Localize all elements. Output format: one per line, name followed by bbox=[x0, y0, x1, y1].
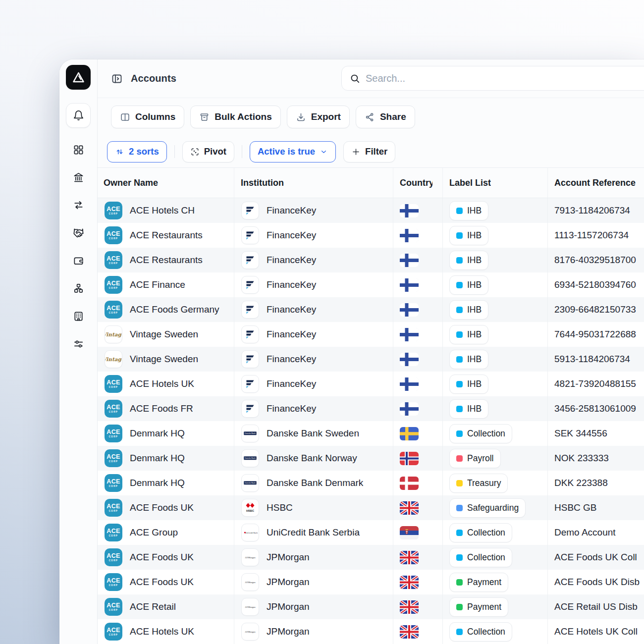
account-reference: ACE Retail US Disb bbox=[554, 601, 638, 612]
dashboard-grid-icon[interactable] bbox=[73, 144, 84, 156]
bank-icon[interactable] bbox=[73, 172, 84, 183]
owner-cell: ACECORPACE Foods UK bbox=[98, 545, 234, 570]
account-reference: 7644-95031722688 bbox=[554, 329, 636, 340]
table-row[interactable]: ACECORPACE RestaurantsFinanceKeyIHB1113-… bbox=[98, 223, 644, 248]
add-filter-button[interactable]: Filter bbox=[343, 141, 395, 162]
label-cell: IHB bbox=[443, 322, 548, 347]
label-badge: IHB bbox=[449, 201, 488, 220]
transfers-icon[interactable] bbox=[73, 200, 84, 211]
owner-name: Denmark HQ bbox=[130, 453, 185, 464]
label-text: IHB bbox=[467, 230, 482, 241]
account-reference: 7913-1184206734 bbox=[554, 205, 630, 216]
share-icon bbox=[365, 112, 375, 122]
ace-corp-logo: ACECORP bbox=[105, 573, 122, 591]
account-reference: DKK 223388 bbox=[554, 478, 608, 488]
table-row[interactable]: ACECORPACE Hotels UKFinanceKeyIHB4821-73… bbox=[98, 372, 644, 396]
label-cell: Payment bbox=[443, 594, 548, 619]
label-cell: Payment bbox=[443, 570, 548, 594]
label-badge: IHB bbox=[449, 375, 488, 394]
label-badge: Collection bbox=[449, 622, 512, 642]
table-row[interactable]: VintageVintage SwedenFinanceKeyIHB7644-9… bbox=[98, 322, 644, 347]
label-color-dot bbox=[456, 232, 463, 239]
svg-text:Danske Bank: Danske Bank bbox=[245, 457, 256, 459]
table-row[interactable]: ACECORPACE Foods FRFinanceKeyIHB3456-258… bbox=[98, 396, 644, 421]
table-row[interactable]: VintageVintage SwedenFinanceKeyIHB5913-1… bbox=[98, 347, 644, 372]
country-cell bbox=[393, 248, 443, 272]
settings-sliders-icon[interactable] bbox=[73, 338, 84, 350]
country-cell bbox=[393, 322, 443, 347]
label-text: Payment bbox=[467, 602, 501, 612]
export-button[interactable]: Export bbox=[287, 106, 350, 128]
column-header-owner-name[interactable]: Owner Name bbox=[98, 168, 234, 198]
table-row[interactable]: ACECORPACE Foods UKJ.P.MorganJPMorganPay… bbox=[98, 570, 644, 594]
institution-cell: J.P.MorganJPMorgan bbox=[234, 594, 393, 619]
flag-rs-icon bbox=[400, 526, 419, 539]
table-row[interactable]: ACECORPACE GroupUniCredit BankUniCredit … bbox=[98, 520, 644, 545]
page-header: Accounts Search... bbox=[98, 59, 644, 98]
table-row[interactable]: ACECORPACE Hotels CHFinanceKeyIHB7913-11… bbox=[98, 198, 644, 223]
pivot-button[interactable]: Pivot bbox=[182, 141, 234, 162]
institution-name: FinanceKey bbox=[267, 329, 316, 340]
table-row[interactable]: ACECORPACE FinanceFinanceKeyIHB6934-5218… bbox=[98, 272, 644, 297]
institution-name: JPMorgan bbox=[267, 601, 310, 612]
share-button[interactable]: Share bbox=[356, 106, 415, 128]
owner-name: ACE Restaurants bbox=[130, 255, 203, 266]
columns-button[interactable]: Columns bbox=[111, 106, 184, 128]
notifications-button[interactable] bbox=[66, 103, 91, 128]
search-input[interactable]: Search... bbox=[341, 66, 644, 91]
institution-cell: FinanceKey bbox=[234, 347, 393, 372]
wallet-icon[interactable] bbox=[73, 255, 84, 267]
label-text: Payment bbox=[467, 577, 501, 588]
page-title: Accounts bbox=[131, 73, 176, 84]
table-row[interactable]: ACECORPACE RetailJ.P.MorganJPMorganPayme… bbox=[98, 594, 644, 619]
account-reference: NOK 233333 bbox=[554, 453, 609, 464]
country-cell bbox=[393, 520, 443, 545]
sorts-button[interactable]: 2 sorts bbox=[107, 141, 167, 162]
table-row[interactable]: ACECORPDenmark HQDanske BankDanske Bank … bbox=[98, 421, 644, 446]
reference-cell: 8176-40329518700 bbox=[548, 248, 644, 272]
column-header-account-reference[interactable]: Account Reference bbox=[548, 168, 644, 198]
country-cell bbox=[393, 594, 443, 619]
column-header-country[interactable]: Country bbox=[393, 168, 443, 198]
table-row[interactable]: ACECORPDenmark HQDanske BankDanske Bank … bbox=[98, 471, 644, 495]
table-row[interactable]: ACECORPACE Foods UKHSBCHSBCSafeguardingH… bbox=[98, 495, 644, 520]
label-cell: IHB bbox=[443, 248, 548, 272]
owner-name: Denmark HQ bbox=[130, 428, 185, 439]
main-panel: Accounts Search... ColumnsBulk ActionsEx… bbox=[98, 59, 644, 644]
label-badge: Collection bbox=[449, 523, 512, 542]
entities-building-icon[interactable] bbox=[73, 311, 84, 322]
org-chart-icon[interactable] bbox=[73, 283, 84, 294]
label-color-dot bbox=[456, 455, 463, 462]
table-row[interactable]: ACECORPDenmark HQDanske BankDanske Bank … bbox=[98, 446, 644, 471]
label-badge: IHB bbox=[449, 226, 488, 245]
table-row[interactable]: ACECORPACE Foods GermanyFinanceKeyIHB230… bbox=[98, 297, 644, 322]
sidebar-nav bbox=[73, 144, 84, 350]
table-row[interactable]: ACECORPACE Foods UKJ.P.MorganJPMorganCol… bbox=[98, 545, 644, 570]
label-color-dot bbox=[456, 430, 463, 437]
button-label: Export bbox=[311, 111, 341, 122]
institution-cell: Danske BankDanske Bank Denmark bbox=[234, 471, 393, 495]
label-cell: Safeguarding bbox=[443, 495, 548, 520]
columns-icon bbox=[120, 112, 130, 122]
financekey-logo bbox=[241, 202, 259, 219]
active-filter-chip[interactable]: Active is true bbox=[250, 141, 336, 162]
button-label: Bulk Actions bbox=[215, 111, 271, 122]
owner-cell: ACECORPACE Foods Germany bbox=[98, 297, 234, 322]
app-logo[interactable] bbox=[66, 65, 91, 90]
bulk-actions-button[interactable]: Bulk Actions bbox=[190, 106, 280, 128]
flag-fi-icon bbox=[400, 229, 419, 242]
sidebar-toggle-icon[interactable] bbox=[111, 73, 123, 85]
owner-name: ACE Hotels UK bbox=[130, 626, 194, 637]
label-text: IHB bbox=[467, 280, 482, 290]
table-row[interactable]: ACECORPACE RestaurantsFinanceKeyIHB8176-… bbox=[98, 248, 644, 272]
jpmorgan-logo: J.P.Morgan bbox=[241, 623, 259, 641]
unicredit-logo: UniCredit Bank bbox=[241, 524, 259, 541]
flag-gb-icon bbox=[400, 600, 419, 614]
country-cell bbox=[393, 297, 443, 322]
institution-cell: FinanceKey bbox=[234, 322, 393, 347]
counterparties-handshake-icon[interactable] bbox=[73, 227, 84, 239]
reference-cell: HSBC GB bbox=[548, 495, 644, 520]
table-row[interactable]: ACECORPACE Hotels UKJ.P.MorganJPMorganCo… bbox=[98, 619, 644, 644]
column-header-label-list[interactable]: Label List bbox=[443, 168, 548, 198]
column-header-institution[interactable]: Institution bbox=[234, 168, 393, 198]
